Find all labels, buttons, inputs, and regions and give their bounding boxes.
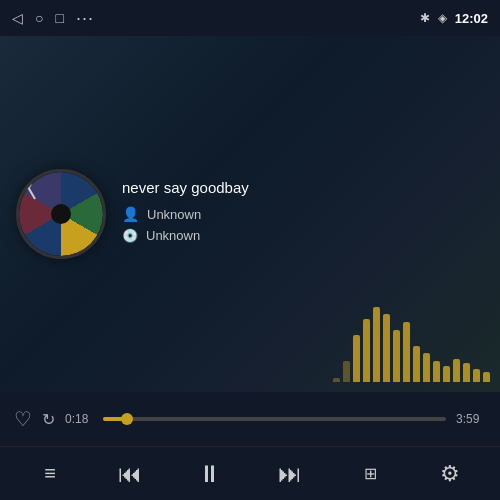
- clock: 12:02: [455, 11, 488, 26]
- eq-bar: [363, 319, 370, 382]
- progress-fill: [103, 417, 127, 421]
- repeat-button[interactable]: ↻: [42, 410, 55, 429]
- nav-controls: ◁ ○ □ ···: [12, 8, 94, 29]
- eq-bar: [403, 322, 410, 382]
- settings-button[interactable]: ⚙: [428, 452, 472, 496]
- back-icon[interactable]: ◁: [12, 10, 23, 26]
- eq-bar: [343, 361, 350, 382]
- album-icon: 💿: [122, 228, 138, 243]
- equalizer-bars: [333, 302, 490, 382]
- recent-icon[interactable]: □: [55, 10, 63, 26]
- controls-bar: ≡ ⏮ ⏸ ⏭ ⊞ ⚙: [0, 446, 500, 500]
- next-button[interactable]: ⏭: [268, 452, 312, 496]
- disc-center: [51, 204, 71, 224]
- menu-dots-icon[interactable]: ···: [76, 8, 94, 29]
- equalizer-button[interactable]: ⊞: [348, 452, 392, 496]
- artist-name: Unknown: [147, 207, 201, 222]
- album-art: [16, 169, 106, 259]
- seek-bar[interactable]: [103, 417, 446, 421]
- time-elapsed: 0:18: [65, 412, 93, 426]
- main-player-area: never say goodbay 👤 Unknown 💿 Unknown: [0, 36, 500, 392]
- eq-bar: [333, 378, 340, 382]
- artist-row: 👤 Unknown: [122, 206, 484, 222]
- eq-bar: [353, 335, 360, 382]
- status-icons: ✱ ◈ 12:02: [420, 11, 488, 26]
- song-title: never say goodbay: [122, 179, 484, 196]
- artist-icon: 👤: [122, 206, 139, 222]
- time-total: 3:59: [456, 412, 486, 426]
- top-bar: ◁ ○ □ ··· ✱ ◈ 12:02: [0, 0, 500, 36]
- album-name: Unknown: [146, 228, 200, 243]
- home-icon[interactable]: ○: [35, 10, 43, 26]
- eq-bar: [433, 361, 440, 382]
- album-row: 💿 Unknown: [122, 228, 484, 243]
- eq-bar: [413, 346, 420, 382]
- eq-bar: [483, 372, 490, 382]
- progress-thumb: [121, 413, 133, 425]
- eq-bar: [443, 366, 450, 382]
- eq-bar: [373, 307, 380, 382]
- bluetooth-icon: ✱: [420, 11, 430, 25]
- play-pause-button[interactable]: ⏸: [188, 452, 232, 496]
- eq-bar: [463, 363, 470, 382]
- like-button[interactable]: ♡: [14, 407, 32, 431]
- song-info: never say goodbay 👤 Unknown 💿 Unknown: [122, 179, 484, 249]
- eq-bar: [473, 369, 480, 382]
- device-frame: ◁ ○ □ ··· ✱ ◈ 12:02 never say goodbay 👤: [0, 0, 500, 500]
- eq-bar: [393, 330, 400, 382]
- eq-bar: [383, 314, 390, 382]
- location-icon: ◈: [438, 11, 447, 25]
- eq-bar: [453, 359, 460, 382]
- previous-button[interactable]: ⏮: [108, 452, 152, 496]
- playlist-button[interactable]: ≡: [28, 452, 72, 496]
- eq-bar: [423, 353, 430, 382]
- progress-area: ♡ ↻ 0:18 3:59: [0, 392, 500, 446]
